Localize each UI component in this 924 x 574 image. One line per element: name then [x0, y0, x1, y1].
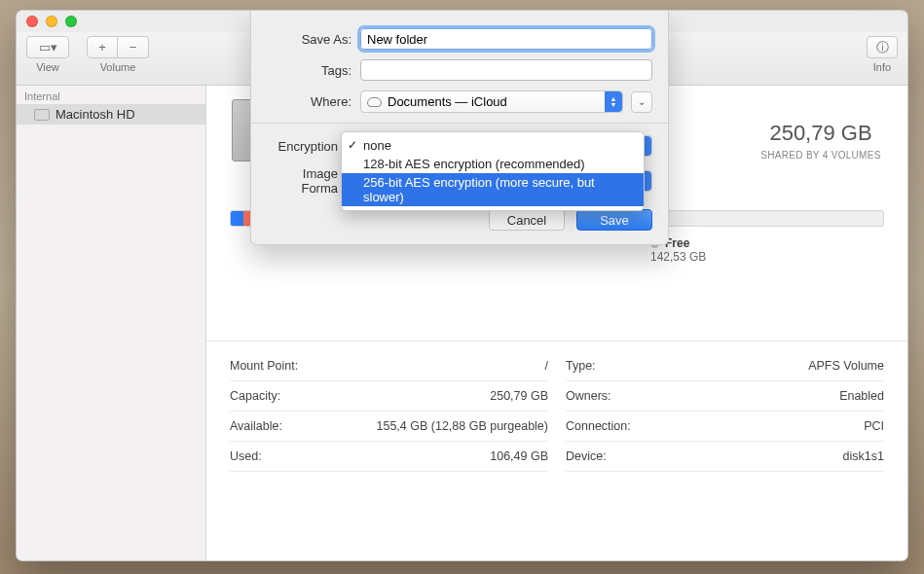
capacity-value: 250,79 GB [758, 121, 884, 146]
info-label: Info [873, 61, 891, 73]
image-format-label: Image Forma [267, 166, 347, 196]
save-sheet: Save As: Tags: Where: Documents — iCloud… [250, 11, 669, 245]
info-row: Connection:PCI [566, 412, 884, 442]
save-as-input[interactable] [360, 28, 652, 50]
free-value: 142,53 GB [650, 250, 706, 264]
expand-button[interactable]: ⌄ [631, 91, 652, 113]
save-button[interactable]: Save [576, 209, 652, 231]
encryption-option-none[interactable]: ✓ none [342, 136, 644, 155]
encryption-label: Encryption [267, 139, 347, 154]
info-right: Type:APFS Volume Owners:Enabled Connecti… [566, 351, 884, 472]
info-row: Capacity:250,79 GB [230, 381, 548, 412]
encryption-dropdown: ✓ none 128-bit AES encryption (recommend… [341, 131, 645, 211]
select-arrows-icon: ▲▼ [605, 91, 622, 112]
cancel-button[interactable]: Cancel [489, 209, 565, 231]
encryption-option-256[interactable]: 256-bit AES encryption (more secure, but… [342, 173, 644, 206]
tags-input[interactable] [360, 59, 652, 81]
info-row: Mount Point:/ [230, 351, 548, 381]
tags-label: Tags: [267, 63, 360, 78]
info-row: Available:155,4 GB (12,88 GB purgeable) [230, 412, 548, 442]
where-value: Documents — iCloud [388, 94, 507, 109]
volume-label: Volume [100, 61, 136, 73]
save-as-label: Save As: [267, 32, 360, 47]
shared-label: SHARED BY 4 VOLUMES [758, 150, 884, 161]
disk-utility-window: Disk Utility ▭▾ View + − Volume ✚First A… [16, 10, 908, 561]
chevron-down-icon: ⌄ [638, 96, 646, 107]
sidebar-header: Internal [17, 86, 205, 104]
view-label: View [36, 61, 59, 73]
cloud-icon [367, 97, 382, 107]
where-select[interactable]: Documents — iCloud ▲▼ [360, 90, 623, 113]
encryption-option-128[interactable]: 128-bit AES encryption (recommended) [342, 155, 644, 173]
info-row: Device:disk1s1 [566, 442, 884, 472]
sidebar-icon: ▭▾ [39, 40, 57, 54]
info-row: Owners:Enabled [566, 381, 884, 412]
sidebar-item-macintosh-hd[interactable]: Macintosh HD [17, 104, 205, 125]
view-button[interactable]: ▭▾ [26, 36, 69, 58]
drive-icon [34, 109, 50, 121]
info-icon: ⓘ [876, 39, 889, 56]
remove-volume-button[interactable]: − [118, 36, 149, 58]
sidebar: Internal Macintosh HD [17, 86, 206, 560]
info-button[interactable]: ⓘ [867, 36, 898, 58]
info-left: Mount Point:/ Capacity:250,79 GB Availab… [230, 351, 548, 472]
info-row: Type:APFS Volume [566, 351, 884, 381]
add-volume-button[interactable]: + [87, 36, 118, 58]
check-icon: ✓ [348, 138, 357, 152]
sidebar-item-label: Macintosh HD [55, 107, 135, 122]
info-row: Used:106,49 GB [230, 442, 548, 472]
where-label: Where: [267, 94, 360, 109]
